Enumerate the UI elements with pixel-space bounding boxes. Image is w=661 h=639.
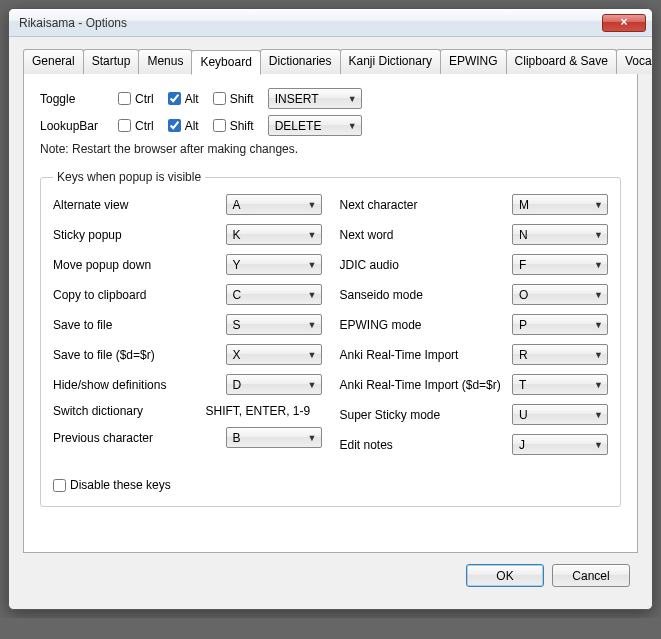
window-title: Rikaisama - Options bbox=[19, 16, 602, 30]
tab-keyboard[interactable]: Keyboard bbox=[191, 50, 260, 75]
key-select[interactable]: N▼ bbox=[512, 224, 608, 245]
key-select[interactable]: F▼ bbox=[512, 254, 608, 275]
key-select[interactable]: O▼ bbox=[512, 284, 608, 305]
key-row: Next wordN▼ bbox=[340, 224, 609, 245]
toggle-shift-checkbox[interactable]: Shift bbox=[213, 92, 254, 106]
lookup-label: LookupBar bbox=[40, 119, 112, 133]
tab-startup[interactable]: Startup bbox=[83, 49, 140, 74]
key-row: Sanseido modeO▼ bbox=[340, 284, 609, 305]
key-select[interactable]: J▼ bbox=[512, 434, 608, 455]
popup-keys-group: Keys when popup is visible Alternate vie… bbox=[40, 170, 621, 507]
key-row: Previous characterB▼ bbox=[53, 427, 322, 448]
key-row: Copy to clipboardC▼ bbox=[53, 284, 322, 305]
ok-button[interactable]: OK bbox=[466, 564, 544, 587]
key-row: Save to file ($d=$r)X▼ bbox=[53, 344, 322, 365]
key-label: Next word bbox=[340, 228, 513, 242]
key-select[interactable]: X▼ bbox=[226, 344, 322, 365]
key-label: Next character bbox=[340, 198, 513, 212]
tab-kanji-dictionary[interactable]: Kanji Dictionary bbox=[340, 49, 441, 74]
key-label: JDIC audio bbox=[340, 258, 513, 272]
tab-panel-keyboard: Toggle Ctrl Alt Shift INSERT ▼ LookupBar bbox=[23, 73, 638, 553]
lookup-key-select[interactable]: DELETE ▼ bbox=[268, 115, 362, 136]
popup-keys-right-column: Next characterM▼Next wordN▼JDIC audioF▼S… bbox=[340, 194, 609, 464]
key-label: Anki Real-Time Import ($d=$r) bbox=[340, 378, 513, 392]
tab-strip: GeneralStartupMenusKeyboardDictionariesK… bbox=[23, 49, 638, 74]
chevron-down-icon: ▼ bbox=[594, 350, 603, 360]
chevron-down-icon: ▼ bbox=[348, 94, 357, 104]
key-label: Save to file bbox=[53, 318, 226, 332]
key-row: EPWING modeP▼ bbox=[340, 314, 609, 335]
key-row: Sticky popupK▼ bbox=[53, 224, 322, 245]
lookup-ctrl-checkbox[interactable]: Ctrl bbox=[118, 119, 154, 133]
key-row: JDIC audioF▼ bbox=[340, 254, 609, 275]
chevron-down-icon: ▼ bbox=[348, 121, 357, 131]
toggle-alt-checkbox[interactable]: Alt bbox=[168, 92, 199, 106]
toggle-key-select[interactable]: INSERT ▼ bbox=[268, 88, 362, 109]
popup-keys-legend: Keys when popup is visible bbox=[53, 170, 205, 184]
key-label: Hide/show definitions bbox=[53, 378, 226, 392]
key-label: Sanseido mode bbox=[340, 288, 513, 302]
key-row: Hide/show definitionsD▼ bbox=[53, 374, 322, 395]
key-row: Alternate viewA▼ bbox=[53, 194, 322, 215]
key-select[interactable]: R▼ bbox=[512, 344, 608, 365]
key-select[interactable]: A▼ bbox=[226, 194, 322, 215]
key-label: EPWING mode bbox=[340, 318, 513, 332]
tab-clipboard-save[interactable]: Clipboard & Save bbox=[506, 49, 617, 74]
lookup-shift-checkbox[interactable]: Shift bbox=[213, 119, 254, 133]
toggle-label: Toggle bbox=[40, 92, 112, 106]
key-select[interactable]: P▼ bbox=[512, 314, 608, 335]
key-select[interactable]: C▼ bbox=[226, 284, 322, 305]
disable-keys-checkbox[interactable]: Disable these keys bbox=[53, 478, 171, 492]
tab-menus[interactable]: Menus bbox=[138, 49, 192, 74]
key-label: Save to file ($d=$r) bbox=[53, 348, 226, 362]
key-select[interactable]: S▼ bbox=[226, 314, 322, 335]
cancel-button[interactable]: Cancel bbox=[552, 564, 630, 587]
key-row: Anki Real-Time ImportR▼ bbox=[340, 344, 609, 365]
chevron-down-icon: ▼ bbox=[308, 350, 317, 360]
key-row: Edit notesJ▼ bbox=[340, 434, 609, 455]
key-select[interactable]: U▼ bbox=[512, 404, 608, 425]
chevron-down-icon: ▼ bbox=[594, 320, 603, 330]
key-select[interactable]: T▼ bbox=[512, 374, 608, 395]
key-select[interactable]: M▼ bbox=[512, 194, 608, 215]
chevron-down-icon: ▼ bbox=[308, 320, 317, 330]
key-label: Previous character bbox=[53, 431, 226, 445]
lookup-alt-checkbox[interactable]: Alt bbox=[168, 119, 199, 133]
key-label: Super Sticky mode bbox=[340, 408, 513, 422]
tab-dictionaries[interactable]: Dictionaries bbox=[260, 49, 341, 74]
key-row: Move popup downY▼ bbox=[53, 254, 322, 275]
key-select[interactable]: D▼ bbox=[226, 374, 322, 395]
toggle-ctrl-checkbox[interactable]: Ctrl bbox=[118, 92, 154, 106]
options-window: Rikaisama - Options × GeneralStartupMenu… bbox=[8, 8, 653, 610]
tab-general[interactable]: General bbox=[23, 49, 84, 74]
chevron-down-icon: ▼ bbox=[308, 380, 317, 390]
key-select[interactable]: K▼ bbox=[226, 224, 322, 245]
key-label: Alternate view bbox=[53, 198, 226, 212]
key-row: Next characterM▼ bbox=[340, 194, 609, 215]
close-button[interactable]: × bbox=[602, 14, 646, 32]
popup-keys-left-column: Alternate viewA▼Sticky popupK▼Move popup… bbox=[53, 194, 322, 464]
chevron-down-icon: ▼ bbox=[594, 380, 603, 390]
key-select[interactable]: Y▼ bbox=[226, 254, 322, 275]
chevron-down-icon: ▼ bbox=[594, 230, 603, 240]
tab-vocab[interactable]: Vocab bbox=[616, 49, 653, 74]
key-label: Sticky popup bbox=[53, 228, 226, 242]
key-label: Move popup down bbox=[53, 258, 226, 272]
chevron-down-icon: ▼ bbox=[308, 290, 317, 300]
key-row: Anki Real-Time Import ($d=$r)T▼ bbox=[340, 374, 609, 395]
chevron-down-icon: ▼ bbox=[308, 260, 317, 270]
key-label: Switch dictionary bbox=[53, 404, 206, 418]
titlebar: Rikaisama - Options × bbox=[9, 9, 652, 37]
chevron-down-icon: ▼ bbox=[308, 433, 317, 443]
chevron-down-icon: ▼ bbox=[594, 440, 603, 450]
chevron-down-icon: ▼ bbox=[594, 290, 603, 300]
key-row: Save to fileS▼ bbox=[53, 314, 322, 335]
dialog-buttons: OK Cancel bbox=[23, 554, 638, 595]
key-select[interactable]: B▼ bbox=[226, 427, 322, 448]
key-label: Copy to clipboard bbox=[53, 288, 226, 302]
key-row: Super Sticky modeU▼ bbox=[340, 404, 609, 425]
key-label: Edit notes bbox=[340, 438, 513, 452]
key-row: Switch dictionarySHIFT, ENTER, 1-9 bbox=[53, 404, 322, 418]
chevron-down-icon: ▼ bbox=[308, 230, 317, 240]
tab-epwing[interactable]: EPWING bbox=[440, 49, 507, 74]
